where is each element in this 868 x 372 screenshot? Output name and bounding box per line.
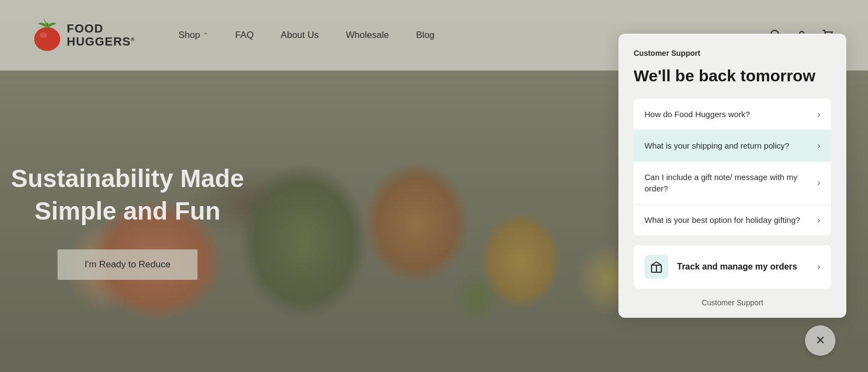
faq-item-1-chevron-icon: › [818, 110, 820, 119]
hero-content: Sustainability Made Simple and Fun I'm R… [0, 70, 255, 372]
logo-text: FOOD HUGGERS® [67, 22, 135, 48]
support-header: Customer Support [634, 49, 831, 57]
nav-about[interactable]: About Us [281, 30, 319, 41]
shop-chevron-icon: ⌃ [203, 31, 208, 39]
logo[interactable]: FOOD HUGGERS® [33, 16, 135, 54]
nav-blog[interactable]: Blog [416, 30, 435, 41]
faq-item-3[interactable]: Can I include a gift note/ message with … [634, 162, 831, 204]
nav-wholesale[interactable]: Wholesale [346, 30, 389, 41]
support-headline: We'll be back tomorrow [634, 66, 831, 86]
track-orders-card[interactable]: Track and manage my orders › [634, 245, 831, 288]
package-icon [650, 260, 663, 273]
bottom-peek: Customer Support [634, 296, 831, 307]
faq-item-4[interactable]: What is your best option for holiday gif… [634, 204, 831, 235]
track-orders-chevron-icon: › [818, 262, 820, 272]
faq-item-4-chevron-icon: › [818, 215, 820, 225]
logo-huggers: HUGGERS® [67, 35, 135, 48]
faq-item-1[interactable]: How do Food Huggers work? › [634, 99, 831, 130]
faq-item-2[interactable]: What is your shipping and return policy?… [634, 130, 831, 162]
faq-list: How do Food Huggers work? › What is your… [634, 99, 831, 235]
hero-title: Sustainability Made Simple and Fun [0, 163, 255, 228]
faq-item-2-chevron-icon: › [818, 141, 820, 151]
track-icon-wrap [644, 255, 668, 279]
faq-item-2-text: What is your shipping and return policy? [644, 140, 811, 151]
faq-item-4-text: What is your best option for holiday gif… [644, 214, 811, 226]
nav-faq[interactable]: FAQ [235, 30, 254, 41]
close-button[interactable]: ✕ [805, 325, 835, 356]
faq-item-3-text: Can I include a gift note/ message with … [644, 171, 811, 194]
svg-point-0 [34, 27, 60, 51]
faq-item-3-chevron-icon: › [818, 178, 820, 188]
hero-cta-button[interactable]: I'm Ready to Reduce [58, 249, 197, 280]
close-icon: ✕ [815, 333, 825, 348]
customer-support-panel: Customer Support We'll be back tomorrow … [618, 34, 846, 318]
track-orders-label: Track and manage my orders [677, 262, 809, 272]
svg-point-1 [40, 33, 47, 38]
logo-icon [33, 16, 62, 54]
logo-food: FOOD [67, 22, 135, 35]
faq-item-1-text: How do Food Huggers work? [644, 108, 811, 120]
nav-shop[interactable]: Shop ⌃ [178, 30, 208, 41]
main-nav: Shop ⌃ FAQ About Us Wholesale Blog [178, 30, 435, 41]
